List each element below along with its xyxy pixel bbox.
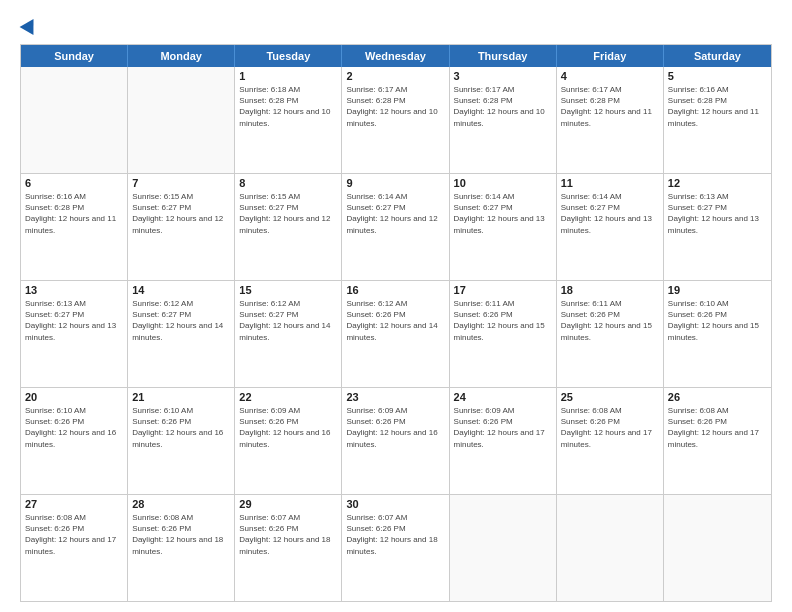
day-info: Sunrise: 6:15 AM Sunset: 6:27 PM Dayligh…	[132, 191, 230, 236]
day-number: 17	[454, 284, 552, 296]
day-info: Sunrise: 6:07 AM Sunset: 6:26 PM Dayligh…	[239, 512, 337, 557]
day-info: Sunrise: 6:08 AM Sunset: 6:26 PM Dayligh…	[561, 405, 659, 450]
day-cell-11: 11Sunrise: 6:14 AM Sunset: 6:27 PM Dayli…	[557, 174, 664, 280]
day-cell-4: 4Sunrise: 6:17 AM Sunset: 6:28 PM Daylig…	[557, 67, 664, 173]
day-cell-19: 19Sunrise: 6:10 AM Sunset: 6:26 PM Dayli…	[664, 281, 771, 387]
day-info: Sunrise: 6:10 AM Sunset: 6:26 PM Dayligh…	[25, 405, 123, 450]
weekday-header-saturday: Saturday	[664, 45, 771, 67]
day-number: 7	[132, 177, 230, 189]
weekday-header-thursday: Thursday	[450, 45, 557, 67]
day-info: Sunrise: 6:15 AM Sunset: 6:27 PM Dayligh…	[239, 191, 337, 236]
day-number: 20	[25, 391, 123, 403]
day-cell-27: 27Sunrise: 6:08 AM Sunset: 6:26 PM Dayli…	[21, 495, 128, 601]
day-info: Sunrise: 6:12 AM Sunset: 6:27 PM Dayligh…	[239, 298, 337, 343]
day-number: 9	[346, 177, 444, 189]
day-info: Sunrise: 6:14 AM Sunset: 6:27 PM Dayligh…	[346, 191, 444, 236]
day-number: 21	[132, 391, 230, 403]
logo	[20, 18, 38, 34]
page: SundayMondayTuesdayWednesdayThursdayFrid…	[0, 0, 792, 612]
weekday-header-tuesday: Tuesday	[235, 45, 342, 67]
day-number: 22	[239, 391, 337, 403]
day-info: Sunrise: 6:17 AM Sunset: 6:28 PM Dayligh…	[454, 84, 552, 129]
day-number: 14	[132, 284, 230, 296]
day-cell-17: 17Sunrise: 6:11 AM Sunset: 6:26 PM Dayli…	[450, 281, 557, 387]
day-cell-1: 1Sunrise: 6:18 AM Sunset: 6:28 PM Daylig…	[235, 67, 342, 173]
day-cell-18: 18Sunrise: 6:11 AM Sunset: 6:26 PM Dayli…	[557, 281, 664, 387]
day-number: 4	[561, 70, 659, 82]
day-number: 2	[346, 70, 444, 82]
day-cell-21: 21Sunrise: 6:10 AM Sunset: 6:26 PM Dayli…	[128, 388, 235, 494]
day-cell-5: 5Sunrise: 6:16 AM Sunset: 6:28 PM Daylig…	[664, 67, 771, 173]
day-cell-2: 2Sunrise: 6:17 AM Sunset: 6:28 PM Daylig…	[342, 67, 449, 173]
day-cell-24: 24Sunrise: 6:09 AM Sunset: 6:26 PM Dayli…	[450, 388, 557, 494]
day-number: 30	[346, 498, 444, 510]
day-info: Sunrise: 6:10 AM Sunset: 6:26 PM Dayligh…	[132, 405, 230, 450]
day-cell-8: 8Sunrise: 6:15 AM Sunset: 6:27 PM Daylig…	[235, 174, 342, 280]
day-number: 18	[561, 284, 659, 296]
day-cell-12: 12Sunrise: 6:13 AM Sunset: 6:27 PM Dayli…	[664, 174, 771, 280]
empty-cell	[664, 495, 771, 601]
day-info: Sunrise: 6:17 AM Sunset: 6:28 PM Dayligh…	[346, 84, 444, 129]
day-cell-7: 7Sunrise: 6:15 AM Sunset: 6:27 PM Daylig…	[128, 174, 235, 280]
day-cell-30: 30Sunrise: 6:07 AM Sunset: 6:26 PM Dayli…	[342, 495, 449, 601]
day-cell-25: 25Sunrise: 6:08 AM Sunset: 6:26 PM Dayli…	[557, 388, 664, 494]
empty-cell	[450, 495, 557, 601]
weekday-header-friday: Friday	[557, 45, 664, 67]
day-cell-14: 14Sunrise: 6:12 AM Sunset: 6:27 PM Dayli…	[128, 281, 235, 387]
day-cell-6: 6Sunrise: 6:16 AM Sunset: 6:28 PM Daylig…	[21, 174, 128, 280]
day-cell-15: 15Sunrise: 6:12 AM Sunset: 6:27 PM Dayli…	[235, 281, 342, 387]
day-cell-22: 22Sunrise: 6:09 AM Sunset: 6:26 PM Dayli…	[235, 388, 342, 494]
day-info: Sunrise: 6:12 AM Sunset: 6:27 PM Dayligh…	[132, 298, 230, 343]
empty-cell	[21, 67, 128, 173]
day-info: Sunrise: 6:13 AM Sunset: 6:27 PM Dayligh…	[668, 191, 767, 236]
day-number: 1	[239, 70, 337, 82]
day-cell-9: 9Sunrise: 6:14 AM Sunset: 6:27 PM Daylig…	[342, 174, 449, 280]
day-number: 23	[346, 391, 444, 403]
empty-cell	[557, 495, 664, 601]
calendar: SundayMondayTuesdayWednesdayThursdayFrid…	[20, 44, 772, 602]
day-cell-16: 16Sunrise: 6:12 AM Sunset: 6:26 PM Dayli…	[342, 281, 449, 387]
weekday-header-wednesday: Wednesday	[342, 45, 449, 67]
day-info: Sunrise: 6:08 AM Sunset: 6:26 PM Dayligh…	[132, 512, 230, 557]
calendar-header: SundayMondayTuesdayWednesdayThursdayFrid…	[21, 45, 771, 67]
calendar-row-3: 13Sunrise: 6:13 AM Sunset: 6:27 PM Dayli…	[21, 280, 771, 387]
weekday-header-sunday: Sunday	[21, 45, 128, 67]
day-info: Sunrise: 6:11 AM Sunset: 6:26 PM Dayligh…	[454, 298, 552, 343]
day-info: Sunrise: 6:09 AM Sunset: 6:26 PM Dayligh…	[346, 405, 444, 450]
day-number: 16	[346, 284, 444, 296]
day-cell-29: 29Sunrise: 6:07 AM Sunset: 6:26 PM Dayli…	[235, 495, 342, 601]
calendar-body: 1Sunrise: 6:18 AM Sunset: 6:28 PM Daylig…	[21, 67, 771, 601]
day-info: Sunrise: 6:18 AM Sunset: 6:28 PM Dayligh…	[239, 84, 337, 129]
day-number: 13	[25, 284, 123, 296]
weekday-header-monday: Monday	[128, 45, 235, 67]
day-number: 3	[454, 70, 552, 82]
day-number: 28	[132, 498, 230, 510]
day-number: 8	[239, 177, 337, 189]
calendar-row-1: 1Sunrise: 6:18 AM Sunset: 6:28 PM Daylig…	[21, 67, 771, 173]
day-cell-26: 26Sunrise: 6:08 AM Sunset: 6:26 PM Dayli…	[664, 388, 771, 494]
day-info: Sunrise: 6:16 AM Sunset: 6:28 PM Dayligh…	[25, 191, 123, 236]
day-cell-13: 13Sunrise: 6:13 AM Sunset: 6:27 PM Dayli…	[21, 281, 128, 387]
day-cell-10: 10Sunrise: 6:14 AM Sunset: 6:27 PM Dayli…	[450, 174, 557, 280]
day-info: Sunrise: 6:14 AM Sunset: 6:27 PM Dayligh…	[561, 191, 659, 236]
day-info: Sunrise: 6:09 AM Sunset: 6:26 PM Dayligh…	[454, 405, 552, 450]
day-number: 29	[239, 498, 337, 510]
day-info: Sunrise: 6:13 AM Sunset: 6:27 PM Dayligh…	[25, 298, 123, 343]
calendar-row-5: 27Sunrise: 6:08 AM Sunset: 6:26 PM Dayli…	[21, 494, 771, 601]
day-info: Sunrise: 6:14 AM Sunset: 6:27 PM Dayligh…	[454, 191, 552, 236]
day-number: 15	[239, 284, 337, 296]
day-info: Sunrise: 6:08 AM Sunset: 6:26 PM Dayligh…	[668, 405, 767, 450]
day-info: Sunrise: 6:12 AM Sunset: 6:26 PM Dayligh…	[346, 298, 444, 343]
day-number: 10	[454, 177, 552, 189]
day-info: Sunrise: 6:17 AM Sunset: 6:28 PM Dayligh…	[561, 84, 659, 129]
header	[20, 18, 772, 34]
calendar-row-2: 6Sunrise: 6:16 AM Sunset: 6:28 PM Daylig…	[21, 173, 771, 280]
day-info: Sunrise: 6:10 AM Sunset: 6:26 PM Dayligh…	[668, 298, 767, 343]
day-cell-23: 23Sunrise: 6:09 AM Sunset: 6:26 PM Dayli…	[342, 388, 449, 494]
day-info: Sunrise: 6:08 AM Sunset: 6:26 PM Dayligh…	[25, 512, 123, 557]
day-info: Sunrise: 6:09 AM Sunset: 6:26 PM Dayligh…	[239, 405, 337, 450]
day-number: 11	[561, 177, 659, 189]
calendar-row-4: 20Sunrise: 6:10 AM Sunset: 6:26 PM Dayli…	[21, 387, 771, 494]
day-info: Sunrise: 6:11 AM Sunset: 6:26 PM Dayligh…	[561, 298, 659, 343]
day-number: 24	[454, 391, 552, 403]
